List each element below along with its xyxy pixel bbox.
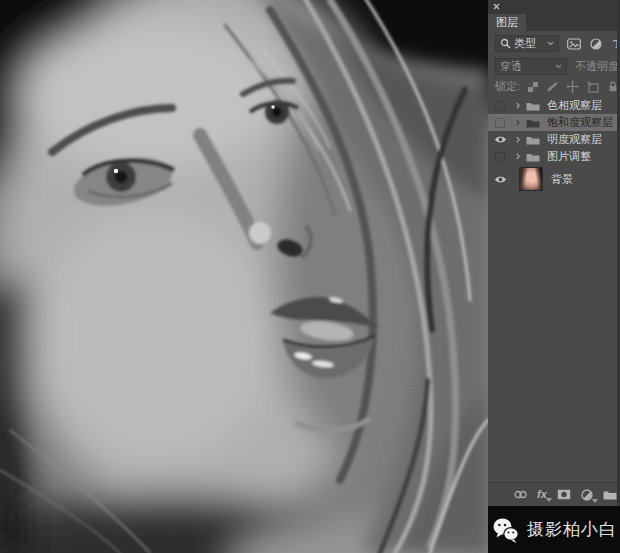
lock-row: 锁定: — [488, 76, 617, 97]
visibility-toggle[interactable] — [488, 101, 512, 111]
visibility-eye-icon — [494, 135, 507, 144]
lock-transparency-icon[interactable] — [528, 82, 538, 92]
expand-chevron-icon[interactable]: › — [512, 150, 524, 162]
expand-chevron-icon[interactable]: › — [512, 99, 524, 111]
text-layer-filter-icon[interactable]: T — [610, 37, 620, 50]
group-folder-icon — [526, 118, 541, 128]
layer-filter-row: 类型 — [488, 31, 617, 56]
link-layers-icon[interactable] — [514, 490, 527, 499]
layers-list: › 色相观察层 › 饱和度观察层 — [488, 97, 617, 193]
fx-dropdown-triangle — [546, 498, 552, 502]
blend-mode-value: 穿透 — [500, 59, 522, 74]
search-icon — [500, 38, 511, 49]
layer-row-saturation-group[interactable]: › 饱和度观察层 — [488, 114, 617, 131]
layers-panel: 图层 类型 — [488, 0, 620, 506]
layer-row-background[interactable]: 背景 — [488, 165, 617, 193]
chevron-down-icon — [547, 41, 554, 46]
visibility-off-box — [495, 152, 505, 162]
new-adjustment-icon[interactable] — [581, 489, 593, 501]
right-column: 图层 类型 — [488, 0, 620, 553]
visibility-toggle[interactable] — [488, 152, 512, 162]
visibility-eye-icon — [494, 175, 507, 184]
text-filter-glyph: T — [613, 37, 620, 50]
layer-row-image-adjust-group[interactable]: › 图片调整 — [488, 148, 617, 165]
layer-thumbnail[interactable] — [519, 167, 543, 191]
visibility-off-box — [495, 101, 505, 111]
blend-mode-dropdown[interactable]: 穿透 — [495, 58, 567, 75]
pixel-layer-filter-icon[interactable] — [566, 38, 581, 50]
panel-footer-toolbar: fx — [488, 482, 617, 506]
screenshot-root: 图层 类型 — [0, 0, 620, 553]
visibility-toggle[interactable] — [488, 118, 512, 128]
panel-empty-area — [488, 193, 617, 482]
layer-name: 背景 — [551, 172, 573, 187]
group-folder-icon — [526, 101, 541, 111]
visibility-off-box — [495, 118, 505, 128]
adjustment-dropdown-triangle — [592, 499, 598, 503]
wechat-icon — [492, 516, 520, 544]
expand-chevron-icon[interactable]: › — [512, 116, 524, 128]
layer-style-fx-icon[interactable]: fx — [537, 489, 547, 500]
filter-type-label: 类型 — [514, 36, 536, 51]
panel-header — [488, 0, 617, 13]
filter-type-dropdown[interactable]: 类型 — [495, 35, 559, 52]
lock-position-icon[interactable] — [566, 80, 579, 93]
visibility-toggle[interactable] — [488, 135, 512, 144]
layer-name: 色相观察层 — [547, 98, 602, 113]
layer-name: 饱和度观察层 — [547, 115, 613, 130]
layer-row-luminosity-group[interactable]: › 明度观察层 — [488, 131, 617, 148]
layer-name: 图片调整 — [547, 149, 591, 164]
panel-tab-row: 图层 — [488, 13, 617, 31]
lock-pixels-icon[interactable] — [546, 81, 558, 93]
opacity-label: 不透明度: — [575, 59, 620, 74]
layer-name: 明度观察层 — [547, 132, 602, 147]
close-icon[interactable] — [493, 3, 500, 10]
adjustment-layer-filter-icon[interactable] — [588, 38, 603, 50]
portrait-canvas — [0, 0, 488, 553]
watermark: 摄影柏小白 — [488, 506, 620, 553]
lock-label: 锁定: — [495, 79, 520, 94]
add-mask-icon[interactable] — [557, 489, 571, 500]
group-folder-icon — [526, 152, 541, 162]
new-group-icon[interactable] — [603, 489, 617, 500]
visibility-toggle[interactable] — [488, 175, 512, 184]
tab-layers[interactable]: 图层 — [488, 14, 526, 31]
portrait-photo — [0, 0, 488, 553]
expand-chevron-icon[interactable]: › — [512, 133, 524, 145]
chevron-down-icon — [555, 64, 562, 69]
blend-opacity-row: 穿透 不透明度: — [488, 56, 617, 76]
group-folder-icon — [526, 135, 541, 145]
layer-row-hue-group[interactable]: › 色相观察层 — [488, 97, 617, 114]
lock-all-icon[interactable] — [607, 80, 619, 93]
lock-artboard-icon[interactable] — [587, 81, 599, 93]
watermark-text: 摄影柏小白 — [527, 518, 617, 541]
